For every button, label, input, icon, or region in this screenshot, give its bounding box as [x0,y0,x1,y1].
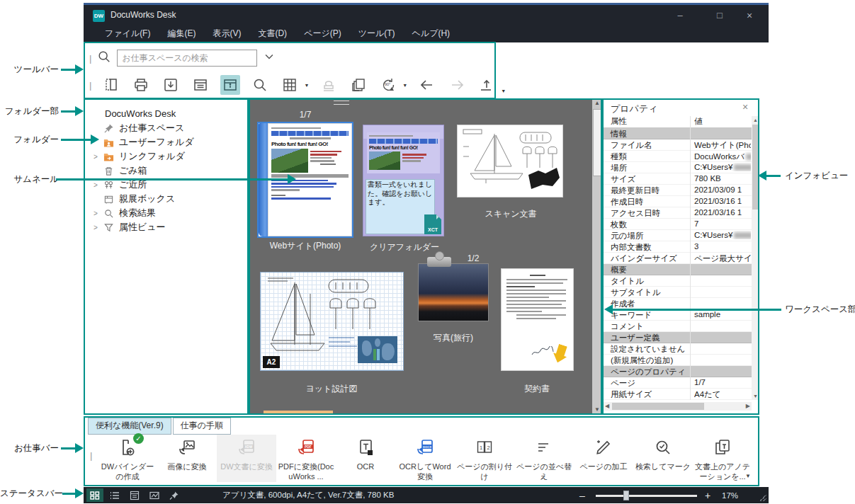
thumbnail-view-icon[interactable] [86,488,103,502]
property-name: ページ [611,378,635,389]
scrollbar-thumb[interactable] [612,403,704,410]
property-row: タイトル [604,275,752,287]
workspace-scrollbar[interactable]: ▲ ▼ [592,98,602,415]
workbar-button[interactable]: ✓DWバインダーの作成 [98,435,157,482]
menu-item[interactable]: ヘルプ(H) [412,28,451,40]
workbar-button[interactable]: DOCXOCRしてWord変換 [395,435,455,482]
workbar-button[interactable]: 文書上のアノテーションを... [693,435,752,482]
viewer-window-icon[interactable] [191,75,210,95]
menu-item[interactable]: ファイル(F) [105,28,150,40]
chevron-down-icon[interactable] [263,50,276,66]
expander-icon[interactable]: > [94,224,101,231]
property-column-headers: 属性値 [604,116,752,128]
dropdown-caret-icon[interactable]: ▼ [304,83,309,88]
search-icon[interactable] [250,75,270,95]
close-icon[interactable]: × [742,101,748,113]
dropdown-caret-icon[interactable]: ▼ [501,88,506,93]
folder-item[interactable]: ごみ箱 [84,164,249,178]
expander-icon[interactable]: > [94,210,101,217]
maximize-button[interactable]: □ [708,6,731,25]
workspace-search-input[interactable] [117,50,257,67]
workbar-tab[interactable]: 仕事の手順 [173,418,231,435]
menu-item[interactable]: ページ(P) [304,28,341,40]
annotation-label-statusbar: ステータスバー [0,488,59,500]
zoom-out-button[interactable]: – [579,490,585,501]
new-document-icon[interactable] [101,75,121,95]
workbar-overflow-button[interactable]: ▼ [745,473,751,479]
workbar-tab[interactable]: 便利な機能(Ver.9) [88,418,171,435]
workbar-drag-handle[interactable]: | [90,450,92,461]
folder-item[interactable]: >リンクフォルダ [84,149,249,164]
thumbnail-travel-photo[interactable] [418,263,489,321]
folder-item[interactable]: お仕事スペース [84,121,249,135]
workbar-button[interactable]: 検索してマーク [633,435,693,482]
infoview-hscrollbar[interactable]: ◀ ▶ [604,402,752,411]
expander-icon[interactable]: > [94,153,101,161]
property-name: ページのプロパティ [611,367,686,377]
scroll-up-icon[interactable]: ▲ [592,98,602,108]
list-view-icon[interactable] [106,488,123,502]
scroll-down-icon[interactable]: ▼ [752,392,759,400]
info-view-icon[interactable] [220,75,240,95]
folder-item[interactable]: >検索結果 [84,206,249,220]
menu-item[interactable]: 表示(V) [213,28,241,40]
close-button[interactable]: × [738,6,761,25]
workbar-button[interactable]: 12ページの割り付け [455,435,514,482]
folder-item[interactable]: ユーザーフォルダ [84,135,249,149]
workbar-button-label: OCR [336,462,395,472]
scroll-right-icon[interactable]: ▶ [746,403,750,409]
thumbnail-contract[interactable] [501,268,574,371]
zoom-in-button[interactable]: + [705,490,710,501]
menu-item[interactable]: 文書(D) [258,28,287,40]
scroll-up-icon[interactable]: ▲ [752,116,759,124]
page-view-icon[interactable] [126,488,143,502]
work-bar: 便利な機能(Ver.9)仕事の手順 | ✓DWバインダーの作成画像に変換XDWD… [84,416,759,486]
toolbar-drag-handle[interactable]: | [89,80,91,91]
rotate-90-icon[interactable]: 90° [378,75,398,95]
splitter-handle[interactable] [334,101,349,105]
ocr-icon [356,437,375,457]
infoview-vscrollbar[interactable]: ▲ ▼ [752,116,759,400]
workbar-button[interactable]: XDWDW文書に変換 [217,435,276,482]
workbar-button[interactable]: OCR [336,435,395,482]
scrollbar-thumb[interactable] [593,109,601,176]
expander-icon[interactable]: > [94,181,101,189]
zoom-slider-track[interactable] [596,495,697,497]
workbar-button[interactable]: 画像に変換 [157,435,217,482]
thumbnail-clear-folder[interactable]: Photo fun! fun! fun! GO! 書類一式をいれました。確認をお… [363,125,444,236]
minimize-button[interactable]: – [669,6,691,25]
workbar-button[interactable]: PDFPDFに変換(DocuWorks ... [276,435,336,482]
thumbnail-yacht-plan[interactable]: A2 [260,272,404,371]
folder-item[interactable]: 親展ボックス [84,192,249,206]
workspace-view-icon[interactable] [166,488,183,502]
forward-icon[interactable] [447,75,467,95]
paper-clip [427,257,451,267]
print-icon[interactable] [131,75,151,95]
scroll-down-icon[interactable]: ▼ [592,405,602,415]
zoom-slider-thumb[interactable] [623,491,629,500]
menu-item[interactable]: ツール(T) [358,28,395,40]
thumbnail-scan-document[interactable] [457,125,563,197]
menu-item[interactable]: 編集(E) [167,28,196,40]
toolbar-drag-handle[interactable]: | [89,53,91,64]
back-icon[interactable] [417,75,437,95]
pin-icon [103,122,115,134]
import-icon[interactable] [161,75,181,95]
link-folder-icon [103,151,115,162]
annotation-copy-icon [713,437,732,457]
folder-item[interactable]: >属性ビュー [84,220,249,234]
scroll-left-icon[interactable]: ◀ [605,403,609,409]
resize-grip[interactable] [759,494,766,501]
property-row: 元の場所C:¥Users¥ [604,230,752,241]
dropdown-caret-icon[interactable]: ▼ [402,83,407,88]
up-level-icon[interactable] [477,75,497,95]
scrollbar-thumb[interactable] [752,125,759,210]
workbar-button[interactable]: ページの並べ替え [514,435,574,482]
tree-root-label[interactable]: DocuWorks Desk [84,107,249,121]
page-sort-icon [534,437,554,457]
annotation-view-icon[interactable] [146,488,163,502]
copy-document-icon[interactable] [349,75,368,95]
stamp-icon[interactable] [319,75,339,95]
grid-layout-icon[interactable] [280,75,300,95]
workbar-button[interactable]: ページの加工 [574,435,633,482]
